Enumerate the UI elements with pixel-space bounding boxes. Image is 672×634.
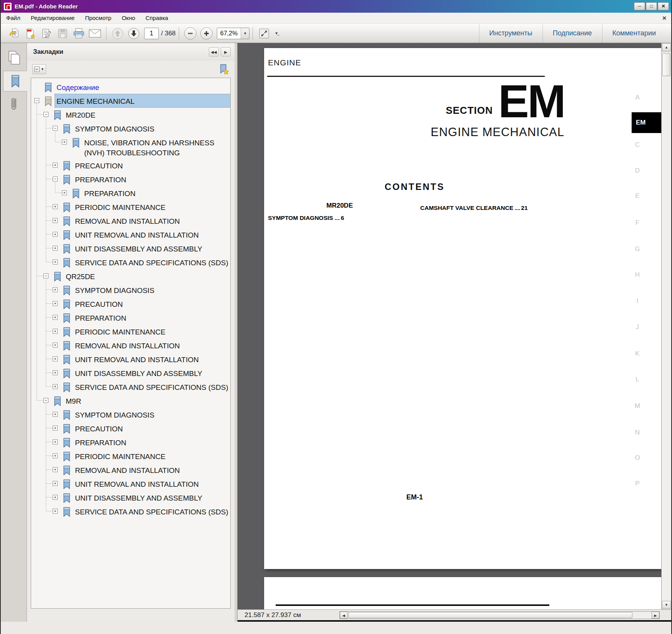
next-page-icon[interactable]	[126, 26, 142, 41]
bookmark-label[interactable]: SERVICE DATA AND SPECIFICATIONS (SDS)	[73, 256, 230, 269]
expand-toggle-icon[interactable]: +	[62, 190, 67, 195]
expand-toggle-icon[interactable]: −	[53, 126, 58, 131]
bookmark-label[interactable]: REMOVAL AND INSTALLATION	[73, 463, 230, 476]
bookmark-label[interactable]: PREPARATION	[83, 186, 230, 200]
maximize-button[interactable]: □	[646, 2, 657, 10]
bookmark-item[interactable]: +PRECAUTION	[31, 422, 230, 436]
bookmark-label[interactable]: M9R	[64, 394, 230, 407]
page-thumbnails-icon[interactable]	[6, 49, 22, 66]
expand-toggle-icon[interactable]: +	[53, 287, 58, 292]
bookmark-item[interactable]: +UNIT REMOVAL AND INSTALLATION	[31, 477, 230, 491]
bookmark-label[interactable]: REMOVAL AND INSTALLATION	[73, 214, 230, 227]
expand-toggle-icon[interactable]: +	[53, 509, 58, 514]
expand-toggle-icon[interactable]: +	[53, 343, 58, 348]
expand-toggle-icon[interactable]: −	[43, 112, 48, 117]
toc-entry[interactable]: SERVICE DATA AND SPECIFICATIONS(SDS)130	[420, 609, 565, 609]
close-button[interactable]: ✕	[658, 2, 669, 10]
page-number-input[interactable]: 1	[144, 28, 159, 39]
open-file-icon[interactable]	[6, 26, 22, 41]
document-viewport[interactable]: ENGINE SECTION EM EM ENGINE MECHANICAL C…	[238, 43, 671, 609]
expand-toggle-icon[interactable]: −	[34, 98, 39, 103]
bookmark-label[interactable]: PERIODIC MAINTENANCE	[73, 325, 230, 338]
bookmark-label[interactable]: PRECAUTION	[73, 422, 230, 435]
expand-toggle-icon[interactable]: −	[43, 273, 48, 278]
bookmark-label[interactable]: Содержание	[55, 80, 230, 93]
expand-toggle-icon[interactable]: +	[53, 412, 58, 417]
toolbar-text-button[interactable]: Комментарии	[602, 24, 666, 43]
bookmark-label[interactable]: PREPARATION	[73, 311, 230, 324]
bookmark-label[interactable]: SYMPTOM DIAGNOSIS	[73, 283, 230, 296]
bookmark-item[interactable]: −ENGINE MECHANICAL	[31, 94, 230, 108]
bookmark-label[interactable]: PREPARATION	[73, 436, 230, 449]
bookmark-label[interactable]: PREPARATION	[73, 173, 230, 186]
bookmark-item[interactable]: +REMOVAL AND INSTALLATION	[31, 339, 230, 353]
bookmark-item[interactable]: +SERVICE DATA AND SPECIFICATIONS (SDS)	[31, 256, 230, 270]
expand-toggle-icon[interactable]: +	[53, 453, 58, 458]
bookmark-label[interactable]: SERVICE DATA AND SPECIFICATIONS (SDS)	[73, 380, 230, 393]
expand-toggle-icon[interactable]: +	[53, 301, 58, 306]
bookmark-item[interactable]: +UNIT DISASSEMBLY AND ASSEMBLY	[31, 366, 230, 380]
bookmark-label[interactable]: ENGINE MECHANICAL	[55, 94, 230, 107]
bookmark-item[interactable]: −MR20DE	[31, 108, 230, 122]
menubar-close-icon[interactable]: ✕	[662, 15, 667, 21]
vertical-scrollbar[interactable]: ▲ ▼	[661, 43, 671, 609]
collapse-panel-icon[interactable]: ◀◀	[209, 47, 219, 57]
bookmark-item[interactable]: −PREPARATION	[31, 173, 230, 186]
bookmark-label[interactable]: UNIT DISASSEMBLY AND ASSEMBLY	[73, 242, 230, 255]
toolbar-text-button[interactable]: Подписание	[542, 24, 602, 43]
scroll-left-icon[interactable]: ◀	[340, 612, 348, 619]
expand-toggle-icon[interactable]: +	[53, 218, 58, 223]
panel-splitter[interactable]	[235, 43, 238, 622]
expand-toggle-icon[interactable]: −	[53, 176, 58, 181]
menu-item[interactable]: Редактирование	[31, 15, 75, 21]
expand-toggle-icon[interactable]: +	[53, 246, 58, 251]
bookmark-item[interactable]: +PERIODIC MAINTENANCE	[31, 449, 230, 463]
bookmark-item[interactable]: +SERVICE DATA AND SPECIFICATIONS (SDS)	[31, 505, 230, 519]
expand-toggle-icon[interactable]: +	[53, 329, 58, 334]
bookmark-label[interactable]: UNIT REMOVAL AND INSTALLATION	[73, 228, 230, 241]
expand-toggle-icon[interactable]: −	[43, 398, 48, 403]
bookmark-label[interactable]: UNIT DISASSEMBLY AND ASSEMBLY	[73, 491, 230, 504]
bookmark-label[interactable]: PERIODIC MAINTENANCE	[73, 449, 230, 463]
bookmark-label[interactable]: SYMPTOM DIAGNOSIS	[73, 122, 230, 135]
toolbar-text-button[interactable]: Инструменты	[479, 24, 542, 43]
bookmark-item[interactable]: +PRECAUTION	[31, 159, 230, 173]
bookmark-label[interactable]: UNIT REMOVAL AND INSTALLATION	[73, 477, 230, 490]
bookmark-item[interactable]: +SYMPTOM DIAGNOSIS	[31, 408, 230, 422]
expand-toggle-icon[interactable]: +	[53, 356, 58, 361]
bookmark-item[interactable]: +NOISE, VIBRATION AND HARSHNESS (NVH) TR…	[31, 136, 230, 159]
bookmark-item[interactable]: +PERIODIC MAINTENANCE	[31, 325, 230, 339]
bookmark-label[interactable]: UNIT DISASSEMBLY AND ASSEMBLY	[73, 366, 230, 379]
fit-page-icon[interactable]	[256, 26, 272, 41]
bookmark-label[interactable]: UNIT REMOVAL AND INSTALLATION	[73, 353, 230, 366]
bookmark-item[interactable]: Содержание	[31, 80, 230, 94]
bookmark-label[interactable]: PRECAUTION	[73, 297, 230, 310]
options-list-icon[interactable]: 8≡▼	[32, 64, 46, 74]
save-icon[interactable]	[55, 26, 71, 41]
zoom-dropdown-icon[interactable]: ▼	[241, 28, 249, 39]
bookmark-item[interactable]: −QR25DE	[31, 270, 230, 283]
create-pdf-icon[interactable]	[22, 26, 38, 41]
expand-toggle-icon[interactable]: +	[62, 140, 67, 145]
expand-toggle-icon[interactable]: +	[53, 467, 58, 472]
zoom-in-icon[interactable]	[198, 26, 215, 41]
horizontal-scroll-thumb[interactable]	[348, 612, 632, 618]
new-bookmark-icon[interactable]	[219, 64, 229, 75]
bookmark-item[interactable]: +SERVICE DATA AND SPECIFICATIONS (SDS)	[31, 380, 230, 394]
bookmark-item[interactable]: +SYMPTOM DIAGNOSIS	[31, 283, 230, 297]
scroll-down-icon[interactable]: ▼	[662, 601, 671, 609]
toolbar-overflow-icon[interactable]: ▼̲	[274, 31, 278, 35]
toc-entry[interactable]: SYMPTOM DIAGNOSIS6	[268, 214, 411, 609]
bookmark-item[interactable]: +UNIT REMOVAL AND INSTALLATION	[31, 353, 230, 366]
menu-item[interactable]: Просмотр	[85, 15, 111, 21]
bookmark-item[interactable]: −SYMPTOM DIAGNOSIS	[31, 122, 230, 136]
toc-entry[interactable]: CAMSHAFT VALVE CLEARANCE21	[420, 204, 565, 609]
minimize-button[interactable]: ─	[634, 2, 645, 10]
bookmark-item[interactable]: +PREPARATION	[31, 436, 230, 449]
vertical-scroll-thumb[interactable]	[662, 53, 670, 76]
menu-item[interactable]: Окно	[122, 15, 135, 21]
expand-toggle-icon[interactable]: +	[53, 204, 58, 209]
email-icon[interactable]	[87, 26, 103, 41]
expand-toggle-icon[interactable]: +	[53, 163, 58, 168]
sign-document-icon[interactable]	[38, 26, 55, 41]
